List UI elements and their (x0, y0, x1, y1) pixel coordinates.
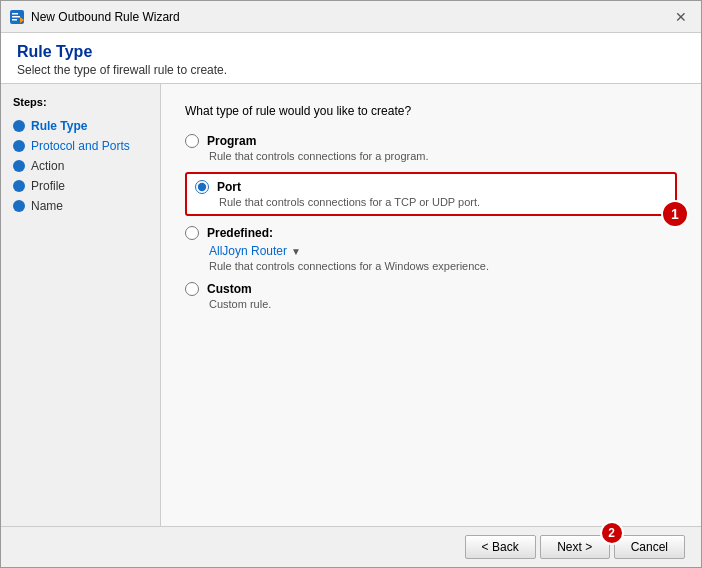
next-button-wrapper: Next > 2 (540, 535, 610, 559)
label-program[interactable]: Program (207, 134, 256, 148)
label-predefined[interactable]: Predefined: (207, 226, 273, 240)
port-badge: 1 (661, 200, 689, 228)
sidebar-item-name: Name (1, 196, 160, 216)
sidebar-label-protocol-ports: Protocol and Ports (31, 139, 130, 153)
step-dot-name (13, 200, 25, 212)
sidebar: Steps: Rule Type Protocol and Ports Acti… (1, 84, 161, 526)
label-port[interactable]: Port (217, 180, 241, 194)
main-panel: What type of rule would you like to crea… (161, 84, 701, 526)
step-dot-rule-type (13, 120, 25, 132)
desc-port: Rule that controls connections for a TCP… (219, 196, 667, 208)
predefined-link[interactable]: AllJoyn Router (209, 244, 287, 258)
sidebar-item-action: Action (1, 156, 160, 176)
sidebar-item-protocol-ports: Protocol and Ports (1, 136, 160, 156)
page-title: Rule Type (17, 43, 685, 61)
option-port-row[interactable]: Port (195, 180, 667, 194)
title-bar: New Outbound Rule Wizard ✕ (1, 1, 701, 33)
port-option-box: Port Rule that controls connections for … (185, 172, 677, 216)
step-dot-protocol-ports (13, 140, 25, 152)
back-button[interactable]: < Back (465, 535, 536, 559)
step-dot-action (13, 160, 25, 172)
svg-rect-3 (12, 19, 17, 21)
label-custom[interactable]: Custom (207, 282, 252, 296)
content-area: Steps: Rule Type Protocol and Ports Acti… (1, 84, 701, 526)
svg-rect-2 (12, 16, 20, 18)
title-bar-left: New Outbound Rule Wizard (9, 9, 180, 25)
desc-program: Rule that controls connections for a pro… (209, 150, 677, 162)
page-header: Rule Type Select the type of firewall ru… (1, 33, 701, 84)
page-subtitle: Select the type of firewall rule to crea… (17, 63, 685, 77)
option-program: Program Rule that controls connections f… (185, 134, 677, 162)
option-custom-row[interactable]: Custom (185, 282, 677, 296)
desc-custom: Custom rule. (209, 298, 677, 310)
radio-predefined[interactable] (185, 226, 199, 240)
desc-predefined: Rule that controls connections for a Win… (209, 260, 677, 272)
next-button[interactable]: Next > (540, 535, 610, 559)
svg-rect-1 (12, 13, 18, 15)
wizard-window: New Outbound Rule Wizard ✕ Rule Type Sel… (0, 0, 702, 568)
sidebar-label-profile: Profile (31, 179, 65, 193)
dropdown-arrow-icon[interactable]: ▼ (291, 246, 301, 257)
option-predefined: Predefined: AllJoyn Router ▼ Rule that c… (185, 226, 677, 272)
predefined-dropdown[interactable]: AllJoyn Router ▼ (209, 244, 677, 258)
steps-label: Steps: (1, 96, 160, 116)
sidebar-label-name: Name (31, 199, 63, 213)
sidebar-item-profile: Profile (1, 176, 160, 196)
radio-port[interactable] (195, 180, 209, 194)
close-button[interactable]: ✕ (669, 5, 693, 29)
window-title: New Outbound Rule Wizard (31, 10, 180, 24)
sidebar-item-rule-type: Rule Type (1, 116, 160, 136)
cancel-button[interactable]: Cancel (614, 535, 685, 559)
option-group: Program Rule that controls connections f… (185, 134, 677, 310)
footer: ©tgp < Back Next > 2 Cancel (1, 526, 701, 567)
next-badge: 2 (600, 521, 624, 545)
radio-custom[interactable] (185, 282, 199, 296)
option-program-row[interactable]: Program (185, 134, 677, 148)
wizard-icon (9, 9, 25, 25)
option-port: Port Rule that controls connections for … (185, 172, 677, 216)
step-dot-profile (13, 180, 25, 192)
sidebar-label-action: Action (31, 159, 64, 173)
sidebar-label-rule-type: Rule Type (31, 119, 87, 133)
option-custom: Custom Custom rule. (185, 282, 677, 310)
main-question: What type of rule would you like to crea… (185, 104, 677, 118)
radio-program[interactable] (185, 134, 199, 148)
option-predefined-row[interactable]: Predefined: (185, 226, 677, 240)
